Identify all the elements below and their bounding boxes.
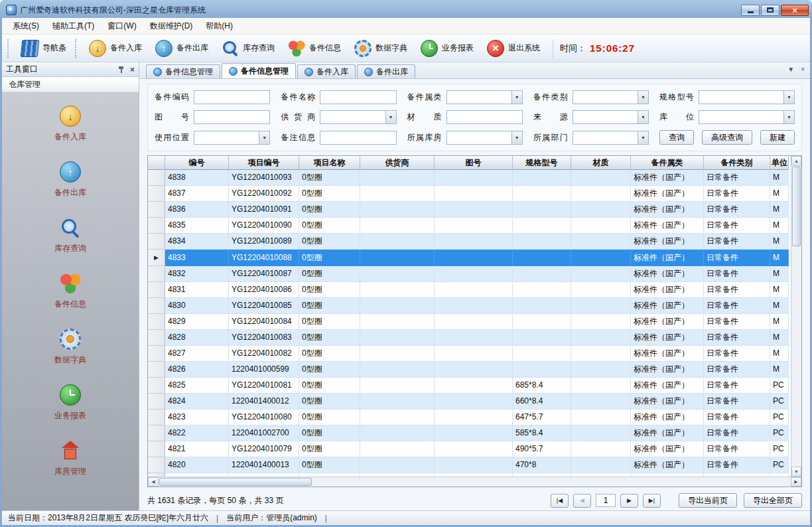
export-all-pages-button[interactable]: 导出全部页 [744, 493, 802, 508]
table-row[interactable]: ▶4833YG122040100880型圈标准件（国产）日常备件M [148, 250, 789, 266]
field-combobox[interactable]: ▼ [446, 90, 523, 104]
sidebar-item-outbound[interactable]: 备件出库 [54, 161, 86, 198]
last-page-button[interactable]: ▶| [643, 494, 661, 508]
query-button[interactable]: 查询 [659, 130, 694, 145]
table-row[interactable]: 4834YG122040100890型圈标准件（国产）日常备件M [148, 234, 789, 250]
table-row[interactable]: 4838YG122040100930型圈标准件（国产）日常备件M [148, 170, 789, 186]
toolbar-button-exit[interactable]: 退出系统 [481, 38, 546, 59]
create-button[interactable]: 新建 [760, 130, 795, 145]
tab[interactable]: 备件入库 [297, 64, 356, 78]
field-input[interactable] [194, 90, 270, 104]
toolbar-button-data-dictionary[interactable]: 数据字典 [348, 38, 413, 59]
maximize-button[interactable] [761, 5, 779, 16]
tab[interactable]: 备件出库 [357, 64, 415, 78]
table-row[interactable]: 4829YG122040100840型圈标准件（国产）日常备件M [148, 314, 789, 330]
menu-item[interactable]: 窗口(W) [101, 18, 143, 35]
chevron-down-icon[interactable]: ▼ [638, 91, 648, 104]
horizontal-scrollbar-track[interactable] [312, 477, 791, 487]
next-page-button[interactable]: ▶ [620, 494, 638, 508]
table-row[interactable]: 4835YG122040100900型圈标准件（国产）日常备件M [148, 218, 789, 234]
sidebar-item-warehouse[interactable]: 库房管理 [54, 440, 86, 477]
toolbar-button-navbar[interactable]: 导航条 [15, 38, 72, 59]
toolbar-button-outbound[interactable]: 备件出库 [149, 38, 214, 59]
table-row[interactable]: 482612204010005990型圈标准件（国产）日常备件M [148, 362, 789, 378]
sidebar-item-report[interactable]: 业务报表 [54, 384, 86, 421]
titlebar[interactable]: 广州爱奇迪软件科技有限公司-深田之星仓库管理系统 × [2, 2, 810, 18]
chevron-down-icon[interactable]: ▼ [783, 111, 794, 123]
vertical-scrollbar-thumb[interactable] [792, 167, 801, 246]
horizontal-scrollbar[interactable]: ◀ ▶ [148, 477, 801, 487]
table-row[interactable]: 4832YG122040100870型圈标准件（国产）日常备件M [148, 266, 789, 282]
toolbar-button-inbound[interactable]: 备件入库 [83, 38, 148, 59]
column-header[interactable]: 图号 [435, 156, 513, 170]
field-input[interactable] [320, 90, 396, 104]
toolbar-grip[interactable] [75, 39, 78, 58]
page-number-input[interactable] [596, 494, 616, 507]
menu-item[interactable]: 数据维护(D) [143, 18, 200, 35]
sidebar-item-stock-query[interactable]: 库存查询 [54, 217, 86, 254]
scroll-right-icon[interactable]: ▶ [791, 477, 801, 487]
column-header[interactable]: 项目名称 [299, 156, 360, 170]
toolbar-button-parts-info[interactable]: 备件信息 [282, 38, 347, 59]
sidebar-item-parts-info[interactable]: 备件信息 [54, 273, 86, 310]
field-input[interactable] [320, 131, 396, 145]
column-header[interactable]: 备件属类 [631, 156, 704, 170]
table-row[interactable]: 4823YG122040100800型圈647*5.7标准件（国产）日常备件PC [148, 410, 789, 425]
table-row[interactable]: 482212204010027000型圈585*8.4标准件（国产）日常备件PC [148, 425, 789, 441]
toolbar-button-report[interactable]: 业务报表 [415, 38, 480, 59]
field-combobox[interactable]: ▼ [573, 90, 649, 104]
prev-page-button[interactable]: ◀ [573, 494, 591, 508]
chevron-down-icon[interactable]: ▼ [638, 111, 648, 123]
menu-item[interactable]: 系统(S) [6, 18, 46, 35]
sidebar-item-data-dictionary[interactable]: 数据字典 [54, 329, 86, 366]
table-row[interactable]: 4836YG122040100910型圈标准件（国产）日常备件M [148, 202, 789, 218]
column-header[interactable]: 供货商 [360, 156, 435, 170]
chevron-down-icon[interactable]: ▼ [783, 91, 794, 104]
chevron-down-icon[interactable]: ▼ [385, 111, 396, 123]
tab[interactable]: 备件信息管理 [146, 64, 220, 78]
table-row[interactable]: 4828YG122040100830型圈标准件（国产）日常备件M [148, 330, 789, 346]
menu-item[interactable]: 辅助工具(T) [46, 18, 101, 35]
vertical-scrollbar-track[interactable] [791, 247, 801, 467]
toolbar-grip[interactable] [7, 39, 10, 58]
close-button[interactable]: × [781, 5, 809, 16]
pin-icon[interactable] [118, 66, 125, 73]
column-header[interactable]: 项目编号 [229, 156, 299, 170]
column-header[interactable]: 材质 [571, 156, 631, 170]
field-combobox[interactable]: ▼ [573, 110, 649, 124]
close-icon[interactable]: × [130, 66, 135, 74]
toolbar-button-stock-query[interactable]: 库存查询 [216, 38, 281, 59]
tab-list-chevron-icon[interactable]: ▼ [787, 66, 794, 73]
table-row[interactable]: 4821YG122040100790型圈490*5.7标准件（国产）日常备件PC [148, 441, 789, 457]
table-row[interactable]: 4830YG122040100850型圈标准件（国产）日常备件M [148, 298, 789, 314]
scroll-left-icon[interactable]: ◀ [148, 477, 159, 487]
scroll-up-icon[interactable]: ▲ [791, 156, 801, 166]
close-tab-icon[interactable]: × [801, 66, 805, 73]
vertical-scrollbar[interactable]: ▲ ▼ [791, 156, 801, 477]
field-input[interactable] [194, 110, 270, 124]
table-row[interactable]: 4825YG122040100810型圈685*8.4标准件（国产）日常备件PC [148, 378, 789, 394]
column-header[interactable]: 编号 [165, 156, 229, 170]
table-row[interactable]: 4831YG122040100860型圈标准件（国产）日常备件M [148, 282, 789, 298]
field-combobox[interactable]: ▼ [699, 110, 795, 124]
field-combobox[interactable]: ▼ [699, 90, 795, 104]
field-combobox[interactable]: ▼ [446, 131, 523, 145]
chevron-down-icon[interactable]: ▼ [638, 131, 648, 144]
first-page-button[interactable]: |◀ [551, 494, 569, 508]
column-header[interactable]: 规格型号 [513, 156, 571, 170]
table-row[interactable]: 482012204014000130型圈470*8标准件（国产）日常备件PC [148, 457, 789, 473]
chevron-down-icon[interactable]: ▼ [259, 131, 269, 144]
column-header[interactable]: 备件类别 [704, 156, 770, 170]
minimize-button[interactable] [741, 5, 760, 16]
chevron-down-icon[interactable]: ▼ [511, 91, 522, 104]
advanced-query-button[interactable]: 高级查询 [702, 130, 752, 145]
scroll-down-icon[interactable]: ▼ [791, 467, 801, 477]
sidebar-item-inbound[interactable]: 备件入库 [54, 106, 86, 143]
menu-item[interactable]: 帮助(H) [199, 18, 239, 35]
tab[interactable]: 备件信息管理 [222, 63, 296, 78]
field-combobox[interactable]: ▼ [194, 131, 270, 145]
horizontal-scrollbar-thumb[interactable] [159, 478, 312, 486]
export-current-page-button[interactable]: 导出当前页 [679, 493, 737, 508]
table-row[interactable]: 4837YG122040100920型圈标准件（国产）日常备件M [148, 186, 789, 202]
table-row[interactable]: 482412204014000120型圈660*8.4标准件（国产）日常备件PC [148, 394, 789, 410]
